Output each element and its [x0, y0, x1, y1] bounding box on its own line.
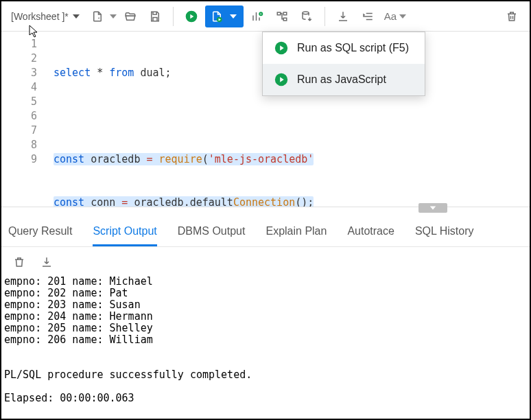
caret-down-icon — [73, 14, 80, 19]
folder-open-icon — [124, 10, 137, 23]
line-number: 3 — [1, 66, 37, 80]
run-as-sql-item[interactable]: Run as SQL script (F5) — [263, 32, 425, 64]
svg-text:*: * — [98, 16, 100, 21]
code-line: const conn = oracledb.defaultConnection(… — [54, 196, 524, 207]
panel-resize-handle[interactable] — [1, 207, 530, 215]
download-results-button[interactable] — [296, 5, 318, 27]
clear-button[interactable] — [501, 5, 523, 27]
tree-icon — [276, 10, 288, 23]
code-line — [54, 109, 524, 124]
svg-rect-7 — [277, 12, 281, 15]
line-number: 2 — [1, 51, 37, 66]
save-button[interactable] — [144, 5, 166, 27]
run-as-js-item[interactable]: Run as JavaScript — [263, 64, 425, 95]
tab-script-output[interactable]: Script Output — [93, 225, 156, 246]
trash-icon — [13, 255, 25, 269]
worksheet-title-text: [Worksheet ]* — [11, 11, 69, 22]
open-button[interactable] — [119, 5, 141, 27]
font-aa-icon: Aa — [384, 10, 397, 22]
tab-explain-plan[interactable]: Explain Plan — [266, 225, 327, 246]
play-icon — [274, 40, 289, 56]
run-as-js-label: Run as JavaScript — [297, 73, 386, 86]
worksheet-title-dropdown[interactable]: [Worksheet ]* — [8, 11, 84, 22]
font-size-button[interactable]: Aa — [381, 5, 409, 27]
line-number: 9 — [1, 152, 37, 167]
tab-dbms-output[interactable]: DBMS Output — [178, 225, 246, 246]
line-number: 6 — [1, 109, 37, 124]
download-button[interactable] — [332, 5, 354, 27]
run-as-sql-label: Run as SQL script (F5) — [297, 42, 409, 54]
tab-query-result[interactable]: Query Result — [8, 225, 72, 246]
editor-gutter: 1 2 3 4 5 6 7 8 9 — [1, 32, 45, 207]
play-icon — [274, 72, 289, 87]
format-button[interactable] — [357, 5, 379, 27]
line-number: 1 — [1, 37, 37, 51]
tab-sql-history[interactable]: SQL History — [415, 225, 474, 246]
play-icon — [185, 10, 198, 23]
output-toolbar — [1, 247, 530, 273]
svg-rect-8 — [283, 12, 287, 15]
script-output[interactable]: empno: 201 name: Michael empno: 202 name… — [1, 273, 530, 419]
clear-output-button[interactable] — [11, 254, 27, 270]
run-script-split-button[interactable] — [205, 5, 244, 27]
explain-plan-button[interactable] — [246, 5, 268, 27]
svg-point-10 — [303, 11, 309, 14]
sql-worksheet-window: [Worksheet ]* * — [0, 0, 531, 420]
resize-grip-icon[interactable] — [418, 203, 447, 213]
worksheet-toolbar: [Worksheet ]* * — [1, 1, 530, 32]
trash-icon — [506, 10, 518, 23]
run-script-menu: Run as SQL script (F5) Run as JavaScript — [262, 32, 425, 96]
caret-down-icon — [399, 14, 406, 19]
results-tabs: Query Result Script Output DBMS Output E… — [1, 215, 530, 247]
db-download-icon — [300, 10, 313, 23]
new-worksheet-caret-icon[interactable] — [110, 14, 117, 19]
run-statement-button[interactable] — [180, 5, 202, 27]
download-output-button[interactable] — [38, 254, 55, 270]
run-script-icon — [211, 10, 223, 23]
autotrace-button[interactable] — [271, 5, 293, 27]
new-worksheet-button[interactable]: * — [86, 5, 108, 27]
line-number: 7 — [1, 124, 37, 138]
indent-icon — [362, 10, 374, 23]
toolbar-separator — [324, 7, 325, 26]
line-number: 8 — [1, 138, 37, 152]
download-icon — [337, 10, 349, 23]
download-icon — [40, 256, 53, 268]
line-number: 5 — [1, 95, 37, 109]
save-icon — [149, 10, 161, 23]
code-line: const oracledb = require('mle-js-oracled… — [54, 152, 524, 167]
tab-autotrace[interactable]: Autotrace — [347, 225, 394, 246]
toolbar-separator — [173, 7, 174, 26]
file-plus-icon: * — [91, 10, 104, 23]
run-script-caret-icon — [230, 14, 237, 19]
chart-play-icon — [251, 10, 263, 23]
svg-rect-9 — [283, 18, 287, 21]
line-number: 4 — [1, 80, 37, 95]
